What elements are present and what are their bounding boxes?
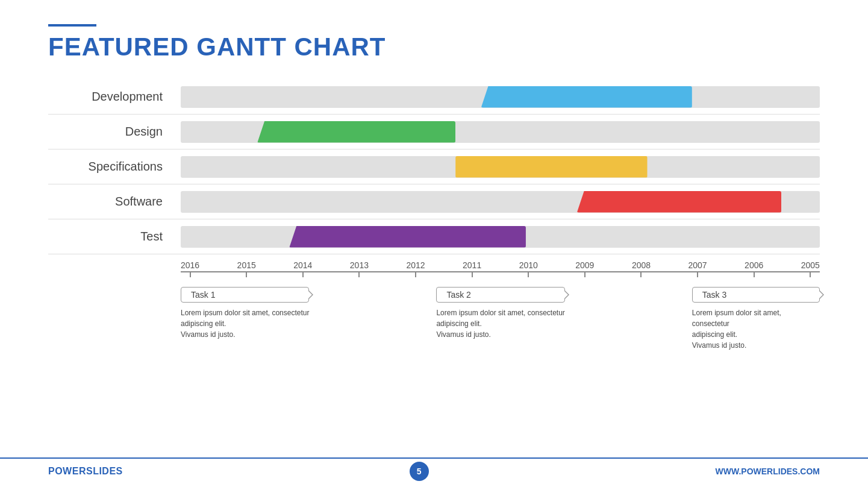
brand-blue: SLIDES	[86, 466, 123, 476]
task-box: Task 2	[436, 287, 564, 303]
timeline-tick: 2008	[632, 260, 651, 277]
timeline-tick: 2014	[293, 260, 312, 277]
task-description: Lorem ipsum dolor sit amet, consectetura…	[181, 307, 309, 340]
timeline-year: 2006	[745, 260, 763, 270]
timeline-tick: 2009	[575, 260, 594, 277]
website-url: WWW.POWERLIDES.COM	[716, 467, 820, 476]
timeline-dash	[697, 272, 698, 277]
page-number: 5	[410, 462, 429, 481]
gantt-bar	[289, 226, 526, 248]
title-black: FEATURED	[48, 33, 196, 61]
timeline-dash	[584, 272, 585, 277]
timeline-dash	[754, 272, 755, 277]
task-item: Task 1Lorem ipsum dolor sit amet, consec…	[181, 287, 309, 340]
timeline-dash	[528, 272, 529, 277]
timeline-dash	[302, 272, 304, 277]
task-item: Task 3Lorem ipsum dolor sit amet, consec…	[692, 287, 820, 351]
gantt-row-label: Software	[48, 195, 181, 209]
timeline-tick: 2013	[350, 260, 369, 277]
gantt-track	[181, 191, 820, 213]
timeline-dash	[190, 272, 191, 277]
timeline-year: 2012	[406, 260, 425, 270]
gantt-row: Software	[48, 184, 820, 219]
timeline-year: 2015	[237, 260, 256, 270]
gantt-track	[181, 156, 820, 178]
gantt-row: Development	[48, 80, 820, 115]
timeline-tick: 2016	[181, 260, 199, 277]
timeline-tick: 2005	[801, 260, 820, 277]
timeline-dash	[415, 272, 416, 277]
timeline-tick: 2015	[237, 260, 256, 277]
task-box: Task 3	[692, 287, 820, 303]
timeline-year: 2016	[181, 260, 199, 270]
gantt-row-label: Test	[48, 230, 181, 244]
gantt-track	[181, 121, 820, 143]
timeline-dash	[472, 272, 473, 277]
gantt-bar	[257, 121, 455, 143]
gantt-bar	[577, 191, 782, 213]
timeline-year: 2008	[632, 260, 651, 270]
timeline-dash	[246, 272, 247, 277]
footer: POWERSLIDES 5 WWW.POWERLIDES.COM	[0, 457, 868, 484]
slide: FEATURED GANTT CHART DevelopmentDesignSp…	[0, 0, 868, 484]
gantt-chart: DevelopmentDesignSpecificationsSoftwareT…	[48, 80, 820, 254]
timeline-tick: 2010	[519, 260, 538, 277]
title-bar: FEATURED GANTT CHART	[48, 24, 820, 61]
gantt-bar	[481, 86, 692, 108]
timeline-year: 2013	[350, 260, 369, 270]
footer-brand: POWERSLIDES	[48, 466, 123, 477]
title-blue: GANTT CHART	[196, 33, 386, 61]
timeline-dash	[810, 272, 811, 277]
timeline-year: 2011	[463, 260, 481, 270]
timeline-axis	[181, 271, 820, 272]
gantt-row: Test	[48, 219, 820, 254]
timeline-dash	[358, 272, 360, 277]
gantt-row-label: Specifications	[48, 160, 181, 174]
gantt-row-label: Development	[48, 90, 181, 104]
task-box: Task 1	[181, 287, 309, 303]
timeline-tick: 2012	[406, 260, 425, 277]
timeline-tick: 2011	[463, 260, 481, 277]
timeline-tick: 2006	[745, 260, 763, 277]
accent-line	[48, 24, 96, 27]
timeline-tick: 2007	[688, 260, 707, 277]
gantt-row: Specifications	[48, 149, 820, 184]
task-description: Lorem ipsum dolor sit amet, consectetura…	[692, 307, 820, 351]
gantt-bar	[455, 156, 647, 178]
timeline-year: 2014	[293, 260, 312, 270]
timeline-year: 2010	[519, 260, 538, 270]
gantt-row: Design	[48, 115, 820, 149]
timeline-year: 2007	[688, 260, 707, 270]
task-description: Lorem ipsum dolor sit amet, consectetura…	[436, 307, 564, 340]
timeline-labels: 2016201520142013201220112010200920082007…	[181, 260, 820, 277]
timeline: 2016201520142013201220112010200920082007…	[181, 260, 820, 277]
tasks-section: Task 1Lorem ipsum dolor sit amet, consec…	[181, 287, 820, 341]
gantt-track	[181, 226, 820, 248]
brand-black: POWER	[48, 466, 86, 476]
task-item: Task 2Lorem ipsum dolor sit amet, consec…	[436, 287, 564, 340]
gantt-track	[181, 86, 820, 108]
gantt-row-label: Design	[48, 125, 181, 139]
page-title: FEATURED GANTT CHART	[48, 33, 820, 61]
timeline-year: 2005	[801, 260, 820, 270]
timeline-dash	[640, 272, 642, 277]
timeline-year: 2009	[575, 260, 594, 270]
